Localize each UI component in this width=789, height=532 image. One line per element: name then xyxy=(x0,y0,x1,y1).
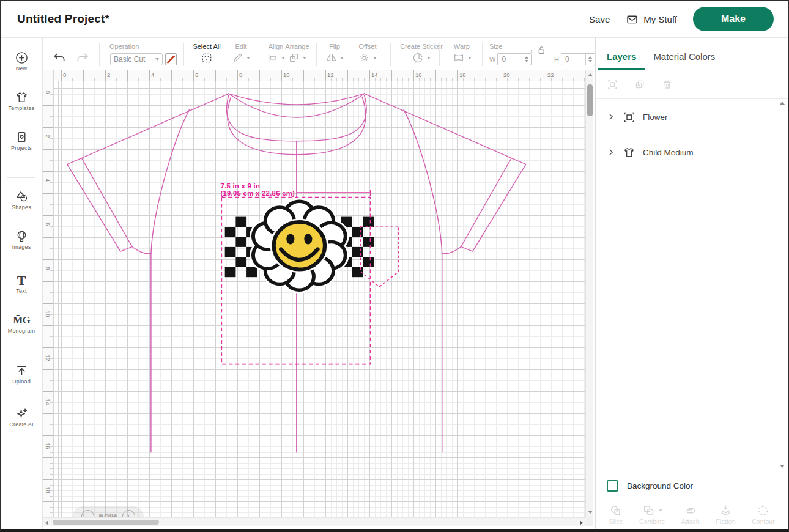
flatten-button[interactable]: Flatten xyxy=(716,504,735,525)
chevron-down-icon xyxy=(659,509,662,512)
sidebar-item-shapes[interactable]: Shapes xyxy=(0,190,43,210)
balloon-icon xyxy=(15,229,29,243)
design-canvas[interactable]: 7.5 in x 9 in (19.05 cm x 22.86 cm) − 50… xyxy=(54,81,585,517)
undo-icon[interactable] xyxy=(53,51,67,65)
offset-button[interactable]: Offset xyxy=(350,38,385,70)
layer-name: Child Medium xyxy=(643,148,694,157)
group-icon[interactable] xyxy=(607,79,618,90)
height-stepper[interactable] xyxy=(585,54,595,65)
save-button[interactable]: Save xyxy=(589,14,610,24)
ruler-number: 4 xyxy=(45,179,51,182)
scroll-up-arrow-icon[interactable] xyxy=(780,102,785,105)
warp-button[interactable]: Warp xyxy=(443,38,480,70)
width-input[interactable]: 0 xyxy=(497,53,532,65)
layer-name: Flower xyxy=(643,113,668,122)
duplicate-icon[interactable] xyxy=(634,79,645,90)
chevron-down-icon xyxy=(468,57,472,59)
make-button[interactable]: Make xyxy=(693,7,774,31)
plus-circle-icon xyxy=(15,51,29,65)
background-color-row: Background Color xyxy=(596,471,788,500)
sidebar-item-templates[interactable]: Templates xyxy=(0,91,43,111)
ruler-number: 4 xyxy=(151,72,154,78)
attach-icon xyxy=(683,504,697,517)
arrange-icon xyxy=(288,52,300,64)
panel-tabs: Layers Material Colors xyxy=(596,43,724,70)
tshirt-icon xyxy=(623,146,635,159)
ruler-number: 10 xyxy=(283,72,290,78)
layer-row-child-medium[interactable]: Child Medium xyxy=(596,135,788,170)
ruler-number: 2 xyxy=(107,72,110,78)
vertical-scrollbar-thumb[interactable] xyxy=(587,84,593,116)
sidebar-item-new[interactable]: New xyxy=(0,51,43,72)
sparkle-icon xyxy=(15,407,29,421)
chevron-right-icon[interactable] xyxy=(607,113,615,121)
chevron-right-icon[interactable] xyxy=(607,148,615,157)
flower-design[interactable] xyxy=(253,201,346,290)
operation-select[interactable]: Basic Cut xyxy=(110,53,163,65)
ruler-number: 16 xyxy=(45,443,51,449)
combine-button[interactable]: Combine xyxy=(639,504,665,525)
sidebar-item-images[interactable]: Images xyxy=(0,229,43,250)
lock-open-icon[interactable] xyxy=(536,44,547,56)
project-card-icon xyxy=(15,130,29,144)
trash-icon[interactable] xyxy=(662,79,673,90)
svg-text:(19.05 cm x 22.86 cm): (19.05 cm x 22.86 cm) xyxy=(220,190,295,197)
select-all-button[interactable]: Select All xyxy=(188,38,225,70)
sidebar-item-text[interactable]: T Text xyxy=(0,274,43,294)
sidebar-item-monogram[interactable]: M̄G Monogram xyxy=(0,314,43,334)
sidebar-item-upload[interactable]: Upload xyxy=(0,364,43,385)
width-stepper[interactable] xyxy=(522,54,531,65)
tab-layers[interactable]: Layers xyxy=(598,43,645,70)
ruler-number: 18 xyxy=(45,487,51,493)
dimension-label: 7.5 in x 9 in (19.05 cm x 22.86 cm) xyxy=(220,183,295,197)
height-input[interactable]: 0 xyxy=(561,53,595,65)
sidebar-divider xyxy=(7,352,35,352)
ruler-number: 22 xyxy=(547,72,554,78)
horizontal-scrollbar-thumb[interactable] xyxy=(53,520,159,525)
my-stuff-button[interactable]: My Stuff xyxy=(626,13,677,26)
offset-icon xyxy=(358,52,370,64)
contour-button[interactable]: Contour xyxy=(752,504,774,525)
horizontal-scrollbar[interactable] xyxy=(43,517,585,526)
align-icon xyxy=(267,52,278,64)
flatten-icon xyxy=(719,504,733,517)
attach-button[interactable]: Attach xyxy=(681,504,700,525)
redo-icon[interactable] xyxy=(75,51,89,65)
combine-icon xyxy=(642,504,656,517)
layer-list-scrollbar[interactable] xyxy=(779,99,786,470)
vertical-scrollbar[interactable] xyxy=(585,70,593,517)
sidebar-item-projects[interactable]: Projects xyxy=(0,130,43,151)
left-sidebar: New Templates Projects Shapes Images T T… xyxy=(0,38,43,532)
scroll-left-arrow-icon[interactable] xyxy=(45,520,48,525)
text-icon: T xyxy=(0,274,43,287)
flip-button[interactable]: Flip xyxy=(319,38,350,70)
ruler-corner xyxy=(43,70,54,81)
create-sticker-button[interactable]: Create Sticker xyxy=(393,38,450,70)
tshirt-icon xyxy=(15,91,29,105)
background-color-checkbox[interactable] xyxy=(607,480,618,492)
ruler-number: 2 xyxy=(45,135,51,138)
scroll-down-arrow-icon[interactable] xyxy=(588,511,593,514)
size-lock-brackets xyxy=(493,44,552,53)
arrange-button[interactable]: Arrange xyxy=(280,38,314,70)
sidebar-item-create-ai[interactable]: Create AI xyxy=(0,407,43,427)
top-bar-actions: Save My Stuff Make xyxy=(589,0,774,38)
edit-button[interactable]: Edit xyxy=(226,38,256,70)
scroll-right-arrow-icon[interactable] xyxy=(580,520,583,525)
tab-material-colors[interactable]: Material Colors xyxy=(645,43,724,70)
chevron-down-icon xyxy=(340,57,344,59)
layer-row-flower[interactable]: Flower xyxy=(596,99,788,135)
canvas-area: 0246810121416182022 024681012141618 xyxy=(43,70,595,532)
sticker-icon xyxy=(412,52,424,64)
warp-icon xyxy=(453,52,465,64)
layer-actions-row xyxy=(596,70,673,98)
ruler-number: 8 xyxy=(239,72,242,78)
width-label: W xyxy=(489,56,495,63)
operation-color-swatch[interactable] xyxy=(165,53,177,65)
slice-button[interactable]: Slice xyxy=(609,504,623,525)
scroll-down-arrow-icon[interactable] xyxy=(780,465,785,468)
slice-icon xyxy=(609,504,623,517)
scroll-up-arrow-icon[interactable] xyxy=(588,73,593,76)
chevron-down-icon xyxy=(373,57,377,59)
mailbox-icon xyxy=(626,13,639,26)
